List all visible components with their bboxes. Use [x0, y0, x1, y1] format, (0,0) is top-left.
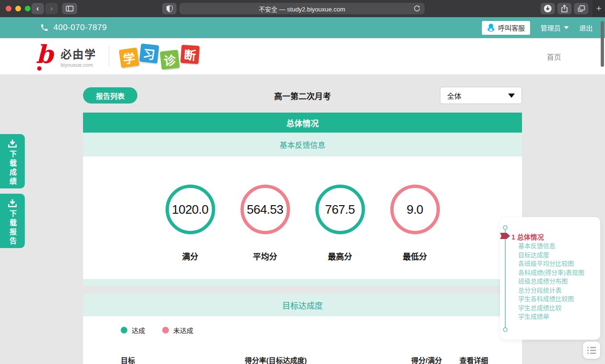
goal-section-title: 目标达成度 — [282, 299, 323, 311]
sidebar-icon — [66, 6, 73, 11]
stat-value: 1020.0 — [172, 202, 209, 217]
scope-select[interactable]: 全体 — [440, 87, 522, 104]
forward-button[interactable]: › — [45, 3, 58, 14]
stat-label: 平均分 — [240, 250, 290, 262]
brand-header: b 必由学 biyouxue.com 学 习 诊 断 首页 — [0, 38, 605, 74]
legend-dot-not-achieved — [162, 327, 169, 333]
shield-icon — [167, 5, 173, 12]
report-toolbar: 报告列表 高一第二次月考 全体 — [83, 87, 522, 104]
stat-label: 满分 — [166, 250, 215, 262]
select-arrow-icon — [508, 94, 515, 98]
toc-item-feedback[interactable]: 基本反馈信息 — [518, 242, 584, 251]
hotline-number: 400-070-7879 — [53, 23, 107, 32]
toc-item-student-subject[interactable]: 学生各科成绩比较图 — [518, 295, 584, 304]
logo-b-glyph: b — [36, 40, 53, 69]
toc-panel: 1 总体情况 基本反馈信息 目标达成度 各班级平均分比较图 各科成绩(得分率)表… — [500, 217, 600, 340]
section-gap — [83, 286, 522, 294]
toc-current-item[interactable]: 1 总体情况 — [511, 232, 544, 241]
download-icon — [8, 139, 17, 148]
col-header-score-full: 得分/满分 — [411, 355, 442, 364]
address-bar[interactable]: 不安全 — study2.biyouxue.com — [179, 3, 425, 14]
stat-average-score: 564.53 平均分 — [240, 185, 290, 279]
toc-item-transcript[interactable]: 学生成绩单 — [518, 312, 584, 322]
toc-item-subject-rate[interactable]: 各科成绩(得分率)表现图 — [518, 269, 584, 278]
site-topbar: 400-070-7879 呼叫客服 管理员 退出 — [0, 17, 605, 38]
tab-overview-button[interactable] — [574, 3, 588, 14]
toc-item-student-total[interactable]: 学生总成绩比较 — [518, 304, 584, 313]
user-menu-label: 管理员 — [541, 23, 561, 32]
download-report-label: 下载报告 — [7, 210, 18, 246]
minimize-window-button[interactable] — [15, 6, 21, 11]
user-menu[interactable]: 管理员 — [541, 23, 569, 32]
legend-label: 未达成 — [173, 325, 193, 335]
zoom-window-button[interactable] — [25, 6, 31, 11]
address-bar-text: 不安全 — study2.biyouxue.com — [259, 4, 345, 13]
logout-link[interactable]: 退出 — [579, 23, 593, 32]
toc-timeline — [505, 228, 506, 329]
col-header-score-rate: 得分率(目标达成度) — [245, 355, 307, 364]
legend-label: 达成 — [132, 325, 145, 335]
section-banner-overview: 总体情况 — [83, 113, 522, 133]
stat-highest-score: 767.5 最高分 — [315, 185, 365, 279]
chevron-down-icon — [564, 26, 569, 29]
hotline: 400-070-7879 — [40, 23, 107, 32]
window-controls — [6, 6, 31, 11]
toc-item-segment-table[interactable]: 总分分段统计表 — [518, 286, 584, 295]
goal-table-header: 目标 得分率(目标达成度) 得分/满分 查看详细 — [83, 355, 522, 364]
tile-xi: 习 — [139, 43, 159, 63]
stat-value: 564.53 — [247, 202, 283, 217]
toc-item-goal[interactable]: 目标达成度 — [518, 251, 584, 260]
legend-dot-achieved — [121, 327, 127, 333]
subsection-title: 基本反馈信息 — [280, 139, 325, 150]
goal-section-body: 达成 未达成 目标 得分率(目标达成度) 得分/满分 查看详细 — [83, 316, 522, 364]
call-service-button[interactable]: 呼叫客服 — [482, 21, 530, 35]
brand-logo: b — [36, 43, 57, 70]
download-report-button[interactable]: 下载报告 — [0, 194, 25, 248]
stat-lowest-score: 9.0 最低分 — [390, 185, 440, 279]
stat-label: 最低分 — [390, 250, 440, 262]
toc-item-class-average[interactable]: 各班级平均分比较图 — [518, 260, 584, 269]
back-button[interactable]: ‹ — [31, 3, 44, 14]
downloads-button[interactable] — [541, 3, 555, 14]
tabs-icon — [578, 5, 585, 12]
legend-achieved: 达成 — [121, 325, 145, 335]
call-service-label: 呼叫客服 — [498, 23, 525, 32]
privacy-report-button[interactable] — [162, 3, 177, 14]
close-window-button[interactable] — [6, 6, 11, 11]
list-icon — [587, 347, 596, 354]
page-scrollbar[interactable] — [601, 21, 604, 67]
download-scores-label: 下载成绩 — [7, 150, 18, 187]
toc-current-marker-icon — [500, 233, 510, 239]
sidebar-toggle-button[interactable] — [62, 3, 77, 14]
qq-icon — [487, 23, 495, 32]
plus-icon: + — [596, 3, 601, 14]
reload-button[interactable] — [413, 5, 421, 12]
share-button[interactable] — [557, 3, 572, 14]
toc-toggle-button[interactable] — [583, 342, 600, 359]
nav-home-link[interactable]: 首页 — [547, 52, 561, 62]
share-icon — [561, 5, 568, 12]
brand-text: 必由学 biyouxue.com — [61, 45, 96, 68]
stat-label: 最高分 — [315, 250, 365, 262]
toc-item-class-dist[interactable]: 班级总成绩分布图 — [518, 277, 584, 286]
stat-ring: 9.0 — [390, 185, 440, 234]
section-title: 总体情况 — [286, 117, 319, 129]
stat-value: 767.5 — [325, 202, 355, 217]
tile-duan: 断 — [180, 45, 200, 64]
new-tab-button[interactable]: + — [593, 0, 605, 17]
stat-ring: 1020.0 — [166, 185, 215, 234]
download-scores-button[interactable]: 下载成绩 — [0, 134, 25, 188]
forward-icon: › — [50, 5, 52, 12]
toc-node-bottom-icon — [503, 327, 508, 332]
logo-dot — [37, 66, 42, 71]
download-circle-icon — [543, 4, 552, 13]
topbar-actions: 呼叫客服 管理员 退出 — [482, 21, 593, 35]
tile-zhen: 诊 — [160, 50, 180, 70]
download-icon — [8, 199, 17, 208]
product-logo: 学 习 诊 断 — [120, 47, 199, 65]
back-icon: ‹ — [36, 5, 39, 12]
brand-name: 必由学 — [61, 45, 96, 62]
reload-icon — [413, 5, 421, 12]
subsection-banner-feedback: 基本反馈信息 — [83, 133, 522, 156]
brand-domain: biyouxue.com — [61, 62, 96, 68]
